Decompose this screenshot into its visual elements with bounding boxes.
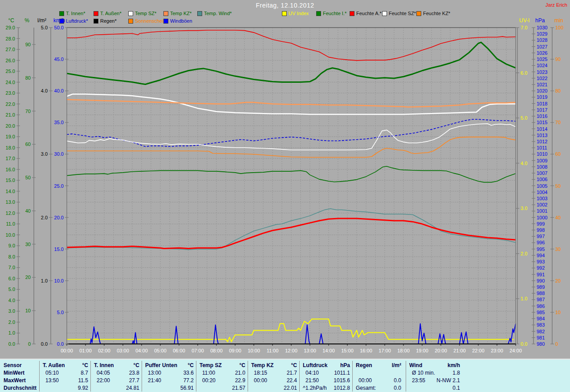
tick-hpa: 1026 [537,50,547,56]
stats-table: SensorMinWertMaxWertDurchschnittT. Außen… [0,359,570,392]
max-value: 11.5 [41,377,88,384]
axis-min [550,28,554,344]
sensor-unit: km/h [407,362,460,368]
tick-min: 0 [555,341,558,347]
tick-C: 7.0 [8,265,15,270]
tick-hpa: 1005 [537,183,547,189]
tick-C: 4.0 [8,298,15,303]
tick-kmh: 15.0 [54,247,64,252]
tick-C: 22.0 [6,101,15,107]
weather-app-window: Freitag, 12.10.2012 Jarz Erich T. Innen*… [0,0,570,392]
tick-pct: 50 [25,175,31,180]
tick-hpa: 998 [537,227,545,233]
table-column-divider [248,361,248,392]
table-column-divider [352,361,353,392]
tick-hpa: 1014 [537,126,547,132]
tick-hpa: 980 [537,341,545,347]
x-tick-label: 23:00 [491,348,503,353]
tick-C: 0.0 [8,341,15,347]
tick-pct: 10 [25,308,31,313]
series-windboeen [67,324,516,344]
tick-C: 21.0 [6,112,15,117]
tick-hpa: 995 [537,247,545,252]
axis-title-kmh: km/h [53,17,65,24]
x-tick-label: 07:00 [191,348,204,353]
x-tick-label: 01:00 [79,348,92,353]
tick-hpa: 1030 [537,25,547,30]
tick-hpa: 1027 [537,44,547,49]
tick-pct: 90 [25,42,31,47]
x-tick-label: 12:00 [285,348,297,353]
tick-kmh: 25.0 [54,183,64,189]
axis-lm2 [49,28,53,344]
x-tick-label: 09:00 [229,348,241,353]
tick-C: 8.0 [8,254,15,259]
tick-hpa: 1010 [537,151,547,157]
table-row-header: Durchschnitt [4,385,39,391]
axis-pct [32,28,36,344]
max-value: 22.4 [249,377,297,384]
tick-kmh: 50.0 [54,25,64,30]
tick-C: 14.0 [6,189,15,194]
axis-hpa [532,28,535,344]
tick-C: 26.0 [6,58,15,63]
tick-hpa: 996 [537,240,545,245]
tick-C: 11.0 [6,221,15,226]
x-tick-label: 08:00 [210,348,223,353]
tick-hpa: 1008 [537,164,547,170]
tick-hpa: 982 [537,329,545,334]
tick-hpa: 1009 [537,158,547,163]
tick-kmh: 20.0 [54,215,64,220]
tick-hpa: 1028 [537,37,547,43]
tick-C: 10.0 [6,232,15,238]
max-value: 22.9 [198,377,245,384]
table-row-header: Sensor [4,362,39,368]
x-tick-label: 03:00 [117,348,129,353]
tick-hpa: 989 [537,284,545,290]
avg-value: 24.81 [92,385,139,391]
tick-C: 2.0 [8,319,15,325]
tick-C: 15.0 [6,178,15,183]
tick-hpa: 1022 [537,76,547,81]
tick-lm2: 0.0 [41,341,48,347]
tick-hpa: 1029 [537,31,547,36]
axis-title-pct: % [24,17,29,24]
table-column-divider [39,361,40,392]
min-value: 21.7 [249,370,297,376]
tick-hpa: 1003 [537,196,547,201]
avg-value: 56.91 [143,385,194,391]
table-column-divider [299,361,300,392]
tick-pct: 20 [25,275,31,280]
series-feuchte-kz [67,137,516,158]
tick-hpa: 1002 [537,202,547,207]
tick-min: 20 [555,278,561,283]
min-value: 8.7 [41,370,88,376]
tick-hpa: 1025 [537,57,547,62]
axis-title-lm2: l/m² [37,17,46,24]
tick-hpa: 987 [537,297,545,302]
avg-value: 0.0 [354,385,401,391]
gridlines [67,28,516,344]
axis-title-min: min [554,17,563,24]
sensor-unit: °C [92,362,139,368]
tick-C: 19.0 [6,134,15,139]
tick-uv: 4.0 [521,161,527,166]
x-tick-label: 14:00 [322,348,335,353]
tick-hpa: 1000 [537,215,547,220]
x-tick-label: 24:00 [509,348,522,353]
tick-C: 20.0 [6,123,15,129]
min-value: 1011.1 [301,370,350,376]
x-tick-label: 02:00 [98,348,110,353]
series-uv [67,319,514,342]
x-tick-label: 22:00 [472,348,484,353]
tick-hpa: 1018 [537,101,547,106]
tick-hpa: 1004 [537,190,547,195]
tick-uv: 3.0 [521,206,527,211]
axis-uv [516,28,519,344]
x-tick-label: 05:00 [154,348,167,353]
sensor-unit: l/m² [354,362,401,368]
tick-hpa: 986 [537,303,545,309]
tick-C: 16.0 [6,167,15,172]
tick-hpa: 1013 [537,133,547,138]
sensor-unit: °C [143,362,194,368]
